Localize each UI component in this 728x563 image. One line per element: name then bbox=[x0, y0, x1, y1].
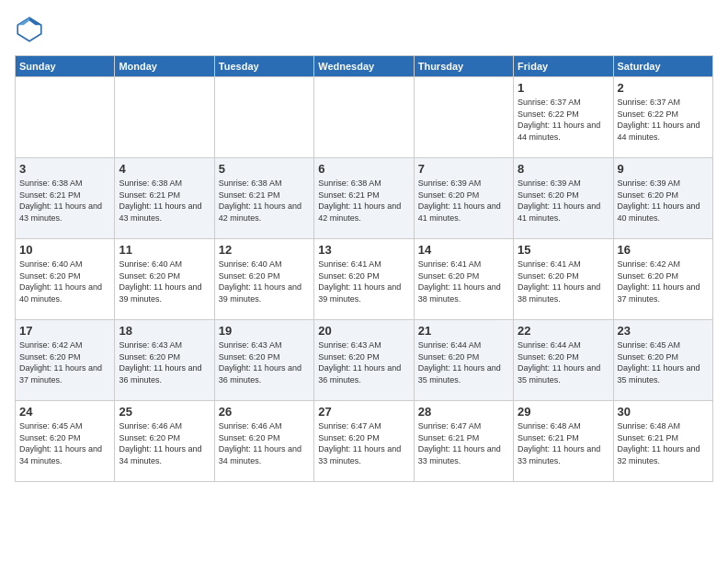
calendar-cell: 3Sunrise: 6:38 AM Sunset: 6:21 PM Daylig… bbox=[16, 158, 115, 239]
calendar-cell: 21Sunrise: 6:44 AM Sunset: 6:20 PM Dayli… bbox=[414, 320, 513, 401]
day-number: 19 bbox=[219, 324, 310, 338]
day-number: 13 bbox=[318, 243, 409, 257]
calendar-cell: 29Sunrise: 6:48 AM Sunset: 6:21 PM Dayli… bbox=[514, 401, 613, 482]
calendar-cell: 2Sunrise: 6:37 AM Sunset: 6:22 PM Daylig… bbox=[613, 77, 712, 158]
day-header-tuesday: Tuesday bbox=[214, 56, 313, 77]
day-info: Sunrise: 6:39 AM Sunset: 6:20 PM Dayligh… bbox=[518, 178, 609, 224]
day-number: 12 bbox=[219, 243, 310, 257]
day-header-saturday: Saturday bbox=[613, 56, 712, 77]
calendar-cell: 16Sunrise: 6:42 AM Sunset: 6:20 PM Dayli… bbox=[613, 239, 712, 320]
day-info: Sunrise: 6:39 AM Sunset: 6:20 PM Dayligh… bbox=[618, 178, 709, 224]
day-number: 9 bbox=[618, 162, 709, 176]
calendar-cell: 26Sunrise: 6:46 AM Sunset: 6:20 PM Dayli… bbox=[214, 401, 313, 482]
calendar-cell bbox=[115, 77, 214, 158]
day-number: 24 bbox=[19, 405, 110, 419]
calendar-cell: 14Sunrise: 6:41 AM Sunset: 6:20 PM Dayli… bbox=[414, 239, 513, 320]
calendar-table: SundayMondayTuesdayWednesdayThursdayFrid… bbox=[15, 55, 713, 482]
calendar-cell: 15Sunrise: 6:41 AM Sunset: 6:20 PM Dayli… bbox=[514, 239, 613, 320]
day-number: 23 bbox=[618, 324, 709, 338]
day-number: 14 bbox=[418, 243, 509, 257]
day-number: 20 bbox=[318, 324, 409, 338]
day-info: Sunrise: 6:41 AM Sunset: 6:20 PM Dayligh… bbox=[518, 259, 609, 304]
calendar-cell: 7Sunrise: 6:39 AM Sunset: 6:20 PM Daylig… bbox=[414, 158, 513, 239]
day-number: 2 bbox=[618, 81, 709, 95]
day-info: Sunrise: 6:38 AM Sunset: 6:21 PM Dayligh… bbox=[318, 178, 409, 224]
calendar-week-2: 3Sunrise: 6:38 AM Sunset: 6:21 PM Daylig… bbox=[16, 158, 713, 239]
calendar-cell bbox=[16, 77, 115, 158]
day-info: Sunrise: 6:47 AM Sunset: 6:21 PM Dayligh… bbox=[418, 420, 509, 466]
calendar-cell: 13Sunrise: 6:41 AM Sunset: 6:20 PM Dayli… bbox=[314, 239, 414, 320]
day-info: Sunrise: 6:43 AM Sunset: 6:20 PM Dayligh… bbox=[119, 339, 210, 385]
day-info: Sunrise: 6:40 AM Sunset: 6:20 PM Dayligh… bbox=[19, 259, 110, 304]
day-number: 1 bbox=[518, 81, 609, 95]
day-number: 4 bbox=[119, 162, 210, 176]
day-number: 10 bbox=[19, 243, 110, 257]
day-info: Sunrise: 6:38 AM Sunset: 6:21 PM Dayligh… bbox=[119, 178, 210, 224]
day-number: 30 bbox=[618, 405, 709, 419]
day-number: 29 bbox=[518, 405, 609, 419]
day-number: 17 bbox=[19, 324, 110, 338]
day-info: Sunrise: 6:38 AM Sunset: 6:21 PM Dayligh… bbox=[19, 178, 110, 224]
calendar-week-3: 10Sunrise: 6:40 AM Sunset: 6:20 PM Dayli… bbox=[16, 239, 713, 320]
calendar-week-1: 1Sunrise: 6:37 AM Sunset: 6:22 PM Daylig… bbox=[16, 77, 713, 158]
calendar-cell: 27Sunrise: 6:47 AM Sunset: 6:20 PM Dayli… bbox=[314, 401, 414, 482]
day-number: 8 bbox=[518, 162, 609, 176]
calendar-cell: 24Sunrise: 6:45 AM Sunset: 6:20 PM Dayli… bbox=[16, 401, 115, 482]
day-info: Sunrise: 6:46 AM Sunset: 6:20 PM Dayligh… bbox=[119, 420, 210, 466]
calendar-cell: 28Sunrise: 6:47 AM Sunset: 6:21 PM Dayli… bbox=[414, 401, 513, 482]
calendar-cell: 19Sunrise: 6:43 AM Sunset: 6:20 PM Dayli… bbox=[214, 320, 313, 401]
day-header-sunday: Sunday bbox=[16, 56, 115, 77]
logo-icon bbox=[15, 15, 44, 44]
day-info: Sunrise: 6:43 AM Sunset: 6:20 PM Dayligh… bbox=[318, 339, 409, 385]
svg-marker-2 bbox=[17, 17, 29, 25]
calendar-cell: 8Sunrise: 6:39 AM Sunset: 6:20 PM Daylig… bbox=[514, 158, 613, 239]
day-number: 3 bbox=[19, 162, 110, 176]
day-header-friday: Friday bbox=[514, 56, 613, 77]
day-info: Sunrise: 6:46 AM Sunset: 6:20 PM Dayligh… bbox=[219, 420, 310, 466]
day-number: 18 bbox=[119, 324, 210, 338]
day-number: 21 bbox=[418, 324, 509, 338]
calendar-body: 1Sunrise: 6:37 AM Sunset: 6:22 PM Daylig… bbox=[16, 77, 713, 482]
day-number: 11 bbox=[119, 243, 210, 257]
calendar-cell: 1Sunrise: 6:37 AM Sunset: 6:22 PM Daylig… bbox=[514, 77, 613, 158]
day-info: Sunrise: 6:41 AM Sunset: 6:20 PM Dayligh… bbox=[318, 259, 409, 304]
calendar-cell: 9Sunrise: 6:39 AM Sunset: 6:20 PM Daylig… bbox=[613, 158, 712, 239]
day-info: Sunrise: 6:44 AM Sunset: 6:20 PM Dayligh… bbox=[418, 339, 509, 385]
day-info: Sunrise: 6:42 AM Sunset: 6:20 PM Dayligh… bbox=[618, 259, 709, 304]
day-number: 26 bbox=[219, 405, 310, 419]
day-info: Sunrise: 6:41 AM Sunset: 6:20 PM Dayligh… bbox=[418, 259, 509, 304]
day-info: Sunrise: 6:45 AM Sunset: 6:20 PM Dayligh… bbox=[19, 420, 110, 466]
calendar-cell: 6Sunrise: 6:38 AM Sunset: 6:21 PM Daylig… bbox=[314, 158, 414, 239]
calendar-cell: 17Sunrise: 6:42 AM Sunset: 6:20 PM Dayli… bbox=[16, 320, 115, 401]
day-info: Sunrise: 6:40 AM Sunset: 6:20 PM Dayligh… bbox=[219, 259, 310, 304]
calendar-header: SundayMondayTuesdayWednesdayThursdayFrid… bbox=[16, 56, 713, 77]
calendar-week-5: 24Sunrise: 6:45 AM Sunset: 6:20 PM Dayli… bbox=[16, 401, 713, 482]
day-header-thursday: Thursday bbox=[414, 56, 513, 77]
day-number: 6 bbox=[318, 162, 409, 176]
day-header-wednesday: Wednesday bbox=[314, 56, 414, 77]
day-number: 7 bbox=[418, 162, 509, 176]
day-number: 16 bbox=[618, 243, 709, 257]
day-info: Sunrise: 6:38 AM Sunset: 6:21 PM Dayligh… bbox=[219, 178, 310, 224]
day-info: Sunrise: 6:45 AM Sunset: 6:20 PM Dayligh… bbox=[618, 339, 709, 385]
calendar-cell: 20Sunrise: 6:43 AM Sunset: 6:20 PM Dayli… bbox=[314, 320, 414, 401]
day-info: Sunrise: 6:47 AM Sunset: 6:20 PM Dayligh… bbox=[318, 420, 409, 466]
logo bbox=[15, 15, 50, 44]
calendar-cell bbox=[214, 77, 313, 158]
calendar-cell bbox=[414, 77, 513, 158]
page-header bbox=[15, 15, 713, 44]
calendar-cell: 18Sunrise: 6:43 AM Sunset: 6:20 PM Dayli… bbox=[115, 320, 214, 401]
calendar-cell: 11Sunrise: 6:40 AM Sunset: 6:20 PM Dayli… bbox=[115, 239, 214, 320]
day-number: 22 bbox=[518, 324, 609, 338]
day-number: 28 bbox=[418, 405, 509, 419]
day-info: Sunrise: 6:37 AM Sunset: 6:22 PM Dayligh… bbox=[518, 97, 609, 143]
day-number: 25 bbox=[119, 405, 210, 419]
day-info: Sunrise: 6:37 AM Sunset: 6:22 PM Dayligh… bbox=[618, 97, 709, 143]
calendar-cell bbox=[314, 77, 414, 158]
day-header-monday: Monday bbox=[115, 56, 214, 77]
calendar-cell: 22Sunrise: 6:44 AM Sunset: 6:20 PM Dayli… bbox=[514, 320, 613, 401]
calendar-cell: 30Sunrise: 6:48 AM Sunset: 6:21 PM Dayli… bbox=[613, 401, 712, 482]
day-info: Sunrise: 6:44 AM Sunset: 6:20 PM Dayligh… bbox=[518, 339, 609, 385]
calendar-cell: 4Sunrise: 6:38 AM Sunset: 6:21 PM Daylig… bbox=[115, 158, 214, 239]
calendar-cell: 23Sunrise: 6:45 AM Sunset: 6:20 PM Dayli… bbox=[613, 320, 712, 401]
